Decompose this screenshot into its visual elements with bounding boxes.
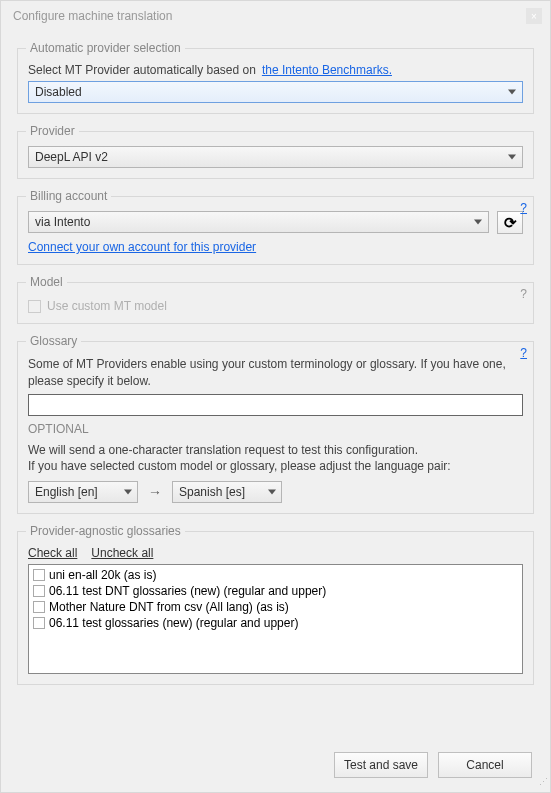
optional-block: OPTIONAL We will send a one-character tr… bbox=[17, 416, 534, 515]
glossary-legend: Glossary bbox=[26, 334, 81, 348]
uncheck-all-link[interactable]: Uncheck all bbox=[91, 546, 153, 560]
check-all-link[interactable]: Check all bbox=[28, 546, 77, 560]
glossary-checkbox[interactable] bbox=[33, 601, 45, 613]
billing-legend: Billing account bbox=[26, 189, 111, 203]
titlebar: Configure machine translation × bbox=[1, 1, 550, 31]
lang-to-value: Spanish [es] bbox=[179, 485, 245, 499]
glossary-group: Glossary ? Some of MT Providers enable u… bbox=[17, 334, 534, 426]
glossary-list[interactable]: uni en-all 20k (as is) 06.11 test DNT gl… bbox=[28, 564, 523, 674]
window-title: Configure machine translation bbox=[13, 9, 526, 23]
chevron-down-icon bbox=[474, 220, 482, 225]
optional-line2: If you have selected custom model or glo… bbox=[28, 458, 523, 475]
pag-legend: Provider-agnostic glossaries bbox=[26, 524, 185, 538]
chevron-down-icon bbox=[268, 490, 276, 495]
chevron-down-icon bbox=[508, 90, 516, 95]
billing-help-icon[interactable]: ? bbox=[520, 201, 527, 215]
test-and-save-button[interactable]: Test and save bbox=[334, 752, 428, 778]
provider-select[interactable]: DeepL API v2 bbox=[28, 146, 523, 168]
provider-value: DeepL API v2 bbox=[35, 150, 108, 164]
billing-group: Billing account ? via Intento ⟳ Connect … bbox=[17, 189, 534, 265]
dialog-window: Configure machine translation × Automati… bbox=[0, 0, 551, 793]
glossary-item-label: Mother Nature DNT from csv (All lang) (a… bbox=[49, 600, 289, 614]
custom-model-label: Use custom MT model bbox=[47, 299, 167, 313]
lang-from-select[interactable]: English [en] bbox=[28, 481, 138, 503]
glossary-desc: Some of MT Providers enable using your c… bbox=[28, 356, 523, 390]
content-area: Automatic provider selection Select MT P… bbox=[1, 31, 550, 742]
provider-legend: Provider bbox=[26, 124, 79, 138]
glossary-checkbox[interactable] bbox=[33, 585, 45, 597]
lang-to-select[interactable]: Spanish [es] bbox=[172, 481, 282, 503]
auto-provider-value: Disabled bbox=[35, 85, 82, 99]
list-item[interactable]: Mother Nature DNT from csv (All lang) (a… bbox=[31, 599, 520, 615]
billing-value: via Intento bbox=[35, 215, 90, 229]
glossary-item-label: 06.11 test glossaries (new) (regular and… bbox=[49, 616, 298, 630]
custom-model-checkbox bbox=[28, 300, 41, 313]
auto-provider-group: Automatic provider selection Select MT P… bbox=[17, 41, 534, 114]
optional-line1: We will send a one-character translation… bbox=[28, 442, 523, 459]
glossary-help-icon[interactable]: ? bbox=[520, 346, 527, 360]
auto-provider-legend: Automatic provider selection bbox=[26, 41, 185, 55]
model-legend: Model bbox=[26, 275, 67, 289]
button-bar: Test and save Cancel bbox=[1, 742, 550, 792]
refresh-button[interactable]: ⟳ bbox=[497, 211, 523, 234]
cancel-button[interactable]: Cancel bbox=[438, 752, 532, 778]
lang-from-value: English [en] bbox=[35, 485, 98, 499]
auto-provider-select[interactable]: Disabled bbox=[28, 81, 523, 103]
glossary-checkbox[interactable] bbox=[33, 617, 45, 629]
glossary-checkbox[interactable] bbox=[33, 569, 45, 581]
provider-group: Provider DeepL API v2 bbox=[17, 124, 534, 179]
arrow-right-icon: → bbox=[148, 484, 162, 500]
refresh-icon: ⟳ bbox=[504, 214, 517, 232]
chevron-down-icon bbox=[124, 490, 132, 495]
intento-benchmarks-link[interactable]: the Intento Benchmarks. bbox=[262, 63, 392, 77]
model-help-icon[interactable]: ? bbox=[520, 287, 527, 301]
close-button[interactable]: × bbox=[526, 8, 542, 24]
glossary-item-label: 06.11 test DNT glossaries (new) (regular… bbox=[49, 584, 326, 598]
connect-account-link[interactable]: Connect your own account for this provid… bbox=[28, 240, 256, 254]
auto-provider-label: Select MT Provider automatically based o… bbox=[28, 63, 256, 77]
list-item[interactable]: 06.11 test glossaries (new) (regular and… bbox=[31, 615, 520, 631]
pag-group: Provider-agnostic glossaries Check all U… bbox=[17, 524, 534, 685]
resize-grip-icon[interactable]: ⋰ bbox=[538, 780, 548, 790]
billing-select[interactable]: via Intento bbox=[28, 211, 489, 233]
list-item[interactable]: 06.11 test DNT glossaries (new) (regular… bbox=[31, 583, 520, 599]
list-item[interactable]: uni en-all 20k (as is) bbox=[31, 567, 520, 583]
glossary-input[interactable] bbox=[28, 394, 523, 416]
chevron-down-icon bbox=[508, 155, 516, 160]
glossary-item-label: uni en-all 20k (as is) bbox=[49, 568, 156, 582]
model-group: Model ? Use custom MT model bbox=[17, 275, 534, 324]
